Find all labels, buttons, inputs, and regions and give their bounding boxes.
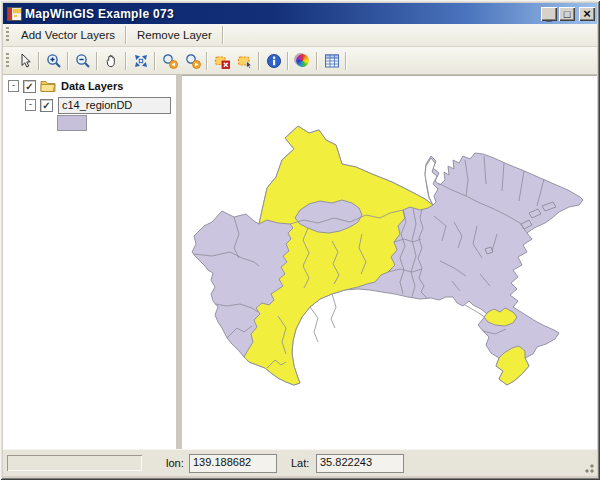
zoom-out-button[interactable] [71, 50, 94, 72]
toolbar-separator [154, 52, 156, 70]
zoom-next-button[interactable] [181, 50, 204, 72]
data-layers-checkbox[interactable]: ✓ [23, 80, 36, 93]
menu-add-vector-layers[interactable]: Add Vector Layers [13, 26, 123, 44]
tool-strip [3, 47, 597, 75]
menustrip-grip[interactable] [6, 27, 9, 43]
toolbar-separator [345, 52, 347, 70]
expand-collapse-icon[interactable]: - [25, 99, 36, 111]
cursor-icon [17, 53, 33, 69]
zoom-in-button[interactable] [42, 50, 65, 72]
tree-node-layer[interactable]: - ✓ c14_regionDD [25, 97, 176, 113]
identify-button[interactable] [262, 50, 285, 72]
status-bar: lon: 139.188682 Lat: 35.822243 [3, 449, 597, 476]
toolbar-separator [38, 52, 40, 70]
boundary [331, 294, 336, 328]
close-button[interactable]: × [579, 7, 595, 21]
clear-selection-button[interactable] [210, 50, 233, 72]
zoom-out-icon [75, 53, 91, 69]
lat-label: Lat: [291, 457, 309, 469]
menu-remove-layer[interactable]: Remove Layer [129, 26, 220, 44]
toolbar-separator [258, 52, 260, 70]
tree-node-data-layers[interactable]: - ✓ Data Layers [8, 78, 176, 94]
lon-value-box[interactable]: 139.188682 [189, 454, 277, 473]
toolstrip-grip[interactable] [6, 53, 9, 69]
lon-label: lon: [166, 457, 184, 469]
table-icon [324, 53, 340, 69]
pan-button[interactable] [100, 50, 123, 72]
toolbar-separator [96, 52, 98, 70]
maximize-button[interactable]: □ [559, 7, 575, 21]
select-cursor-button[interactable] [13, 50, 36, 72]
app-icon [7, 7, 22, 21]
map-canvas[interactable] [182, 75, 597, 450]
zoom-previous-icon [162, 53, 178, 69]
select-shapes-button[interactable] [233, 50, 256, 72]
boundary [310, 307, 318, 342]
symbology-button[interactable] [291, 50, 314, 72]
content-area: - ✓ Data Layers - ✓ c14_regionDD [3, 74, 597, 450]
layer-swatch[interactable] [57, 115, 87, 131]
toolbar-separator [125, 52, 127, 70]
zoom-in-icon [46, 53, 62, 69]
expand-collapse-icon[interactable]: - [8, 80, 19, 92]
full-extent-icon [133, 53, 149, 69]
window-title: MapWinGIS Example 073 [25, 7, 539, 21]
layer-label[interactable]: c14_regionDD [58, 97, 171, 114]
tree-root-label: Data Layers [61, 80, 123, 92]
clear-selection-icon [214, 53, 230, 69]
toolbar-separator [316, 52, 318, 70]
app-window: MapWinGIS Example 073 _ □ × Add Vector L… [0, 0, 600, 480]
lat-value-box[interactable]: 35.822243 [316, 454, 404, 473]
toolbar-separator [67, 52, 69, 70]
menu-separator [125, 26, 127, 44]
zoom-next-icon [185, 53, 201, 69]
pan-hand-icon [104, 53, 120, 69]
layer-checkbox[interactable]: ✓ [40, 99, 53, 112]
resize-grip[interactable] [582, 461, 595, 474]
title-bar[interactable]: MapWinGIS Example 073 _ □ × [3, 3, 597, 24]
toolbar-separator [287, 52, 289, 70]
menu-separator [222, 26, 224, 44]
status-message-panel [7, 455, 142, 471]
zoom-previous-button[interactable] [158, 50, 181, 72]
color-wheel-icon [296, 54, 309, 67]
folder-icon [40, 80, 56, 92]
attribute-table-button[interactable] [320, 50, 343, 72]
layers-tree-panel: - ✓ Data Layers - ✓ c14_regionDD [3, 75, 176, 450]
map-svg [182, 76, 597, 450]
toolbar-separator [206, 52, 208, 70]
menu-strip: Add Vector Layers Remove Layer [3, 24, 597, 47]
select-shapes-icon [237, 53, 253, 69]
info-icon [266, 53, 282, 69]
zoom-full-extent-button[interactable] [129, 50, 152, 72]
minimize-button[interactable]: _ [541, 7, 557, 21]
